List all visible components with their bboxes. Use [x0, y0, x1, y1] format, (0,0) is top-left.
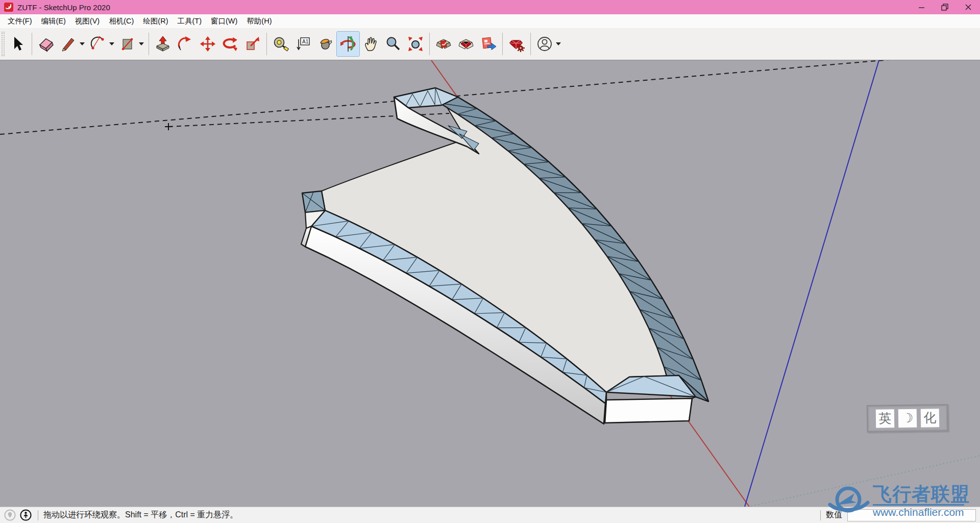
stamp-char: 英 — [876, 409, 894, 427]
minimize-button[interactable] — [910, 0, 933, 14]
scale-icon — [244, 35, 261, 53]
restore-icon — [941, 4, 948, 11]
follow-me-tool-button[interactable] — [174, 32, 197, 56]
svg-text:A1: A1 — [302, 39, 309, 44]
model-canvas — [0, 60, 980, 507]
arc-dropdown-arrow[interactable] — [109, 42, 114, 45]
follow-me-icon — [177, 35, 194, 53]
paint-bucket-tool-button[interactable] — [314, 32, 337, 56]
status-hint: 拖动以进行环绕观察。Shift = 平移，Ctrl = 重力悬浮。 — [43, 510, 238, 520]
share-model-icon — [480, 35, 497, 53]
extension-warehouse-icon — [457, 35, 475, 53]
menu-item-2[interactable]: 视图(V) — [70, 14, 104, 28]
zoom-icon — [384, 35, 402, 53]
model — [301, 88, 708, 424]
chinaflier-globe-icon — [825, 485, 872, 518]
line-icon — [60, 35, 77, 53]
zoom-extents-tool-button[interactable] — [404, 32, 427, 56]
guide-point-cross — [165, 123, 172, 130]
3d-warehouse-tool-button[interactable] — [432, 32, 455, 56]
zoom-extents-icon — [407, 35, 424, 53]
pan-tool-button[interactable] — [359, 32, 382, 56]
toolbar-separator — [149, 33, 149, 55]
account-icon — [536, 35, 553, 53]
line-tool-button[interactable] — [57, 32, 80, 56]
extension-manager-icon — [508, 35, 525, 53]
person-info-icon[interactable] — [20, 509, 32, 521]
eraser-icon — [37, 35, 55, 53]
arc-tool-button[interactable] — [87, 32, 109, 56]
blue-axis — [745, 60, 879, 507]
select-icon — [9, 35, 27, 53]
tape-measure-tool-button[interactable] — [270, 32, 292, 56]
geolocation-icon[interactable] — [4, 509, 16, 521]
move-tool-button[interactable] — [197, 32, 219, 56]
orbit-tool-button[interactable] — [337, 32, 359, 56]
rectangle-dropdown-arrow[interactable] — [139, 42, 144, 45]
extension-warehouse-tool-button[interactable] — [455, 32, 477, 56]
share-model-tool-button[interactable] — [477, 32, 500, 56]
text-icon: A1 — [295, 35, 312, 53]
menu-item-0[interactable]: 文件(F) — [3, 14, 37, 28]
watermark-name: 飞行者联盟 — [873, 485, 970, 504]
toolbar-separator — [266, 33, 267, 55]
rectangle-tool-button[interactable] — [116, 32, 139, 56]
status-separator — [38, 510, 38, 520]
toolbar-separator — [502, 33, 503, 55]
menu-item-7[interactable]: 帮助(H) — [242, 14, 276, 28]
model-viewport[interactable]: 英 ☽ 化 — [0, 60, 980, 507]
paint-bucket-icon — [317, 35, 334, 53]
menu-item-4[interactable]: 绘图(R) — [138, 14, 173, 28]
close-button[interactable] — [957, 0, 980, 14]
text-tool-button[interactable]: A1 — [292, 32, 314, 56]
toolbar-separator — [530, 33, 531, 55]
tape-measure-icon — [272, 35, 289, 53]
toolbar-grip[interactable] — [2, 32, 5, 56]
scale-tool-button[interactable] — [241, 32, 264, 56]
push-pull-tool-button[interactable] — [152, 32, 174, 56]
line-dropdown-arrow[interactable] — [80, 42, 85, 45]
measurements-separator — [820, 510, 821, 520]
arc-icon — [89, 35, 107, 53]
window-title: ZUTF - SketchUp Pro 2020 — [17, 3, 110, 12]
stamp-watermark: 英 ☽ 化 — [867, 404, 949, 433]
zoom-tool-button[interactable] — [382, 32, 404, 56]
select-tool-button[interactable] — [7, 32, 29, 56]
menu-bar: 文件(F)编辑(E)视图(V)相机(C)绘图(R)工具(T)窗口(W)帮助(H) — [0, 14, 980, 28]
toolbar: A1 — [0, 28, 980, 60]
chinaflier-watermark: 飞行者联盟 www.chinaflier.com — [825, 482, 978, 521]
sketchup-logo-icon — [4, 3, 13, 12]
stamp-char: 化 — [921, 409, 939, 427]
pan-icon — [362, 35, 379, 53]
stamp-char: ☽ — [898, 409, 917, 427]
menu-item-1[interactable]: 编辑(E) — [37, 14, 70, 28]
move-icon — [199, 35, 216, 53]
account-tool-button[interactable] — [533, 32, 556, 56]
foot-face — [605, 398, 692, 423]
rectangle-icon — [119, 35, 136, 53]
push-pull-icon — [154, 35, 172, 53]
account-dropdown-arrow[interactable] — [556, 42, 561, 45]
toolbar-separator — [32, 33, 32, 55]
watermark-url: www.chinaflier.com — [873, 504, 964, 518]
orbit-icon — [339, 35, 357, 53]
3d-warehouse-icon — [435, 35, 452, 53]
sketchup-window: ZUTF - SketchUp Pro 2020 文件(F)编辑(E)视图(V)… — [0, 0, 980, 523]
minimize-icon — [918, 4, 925, 11]
menu-item-5[interactable]: 工具(T) — [173, 14, 206, 28]
extension-manager-tool-button[interactable] — [505, 32, 528, 56]
rotate-tool-button[interactable] — [219, 32, 241, 56]
title-bar: ZUTF - SketchUp Pro 2020 — [0, 0, 980, 14]
close-icon — [965, 4, 972, 11]
menu-item-6[interactable]: 窗口(W) — [206, 14, 242, 28]
rotate-icon — [222, 35, 239, 53]
menu-item-3[interactable]: 相机(C) — [104, 14, 138, 28]
eraser-tool-button[interactable] — [35, 32, 57, 56]
restore-button[interactable] — [933, 0, 957, 14]
toolbar-separator — [429, 33, 430, 55]
